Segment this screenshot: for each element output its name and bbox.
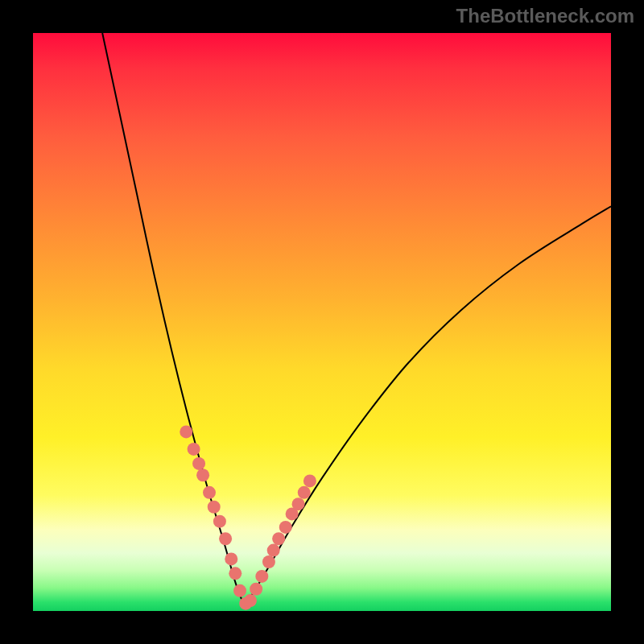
scatter-dot: [229, 567, 242, 580]
chart-svg: [33, 33, 611, 611]
scatter-dot: [298, 486, 311, 499]
scatter-dots: [180, 425, 316, 609]
curve-right-branch: [244, 206, 611, 605]
scatter-dot: [250, 583, 262, 596]
scatter-dot: [303, 474, 316, 487]
plot-area: [33, 33, 611, 611]
scatter-dot: [262, 555, 275, 568]
scatter-dot: [196, 469, 209, 481]
scatter-dot: [225, 552, 237, 565]
scatter-dot: [292, 497, 305, 510]
scatter-dot: [219, 532, 232, 545]
scatter-dot: [267, 544, 280, 557]
scatter-dot: [203, 486, 216, 499]
scatter-dot: [208, 501, 221, 514]
chart-frame: TheBottleneck.com: [0, 0, 644, 644]
watermark-text: TheBottleneck.com: [456, 5, 634, 27]
scatter-dot: [244, 594, 257, 607]
scatter-dot: [188, 443, 200, 456]
scatter-dot: [180, 425, 192, 438]
scatter-dot: [255, 570, 268, 583]
scatter-dot: [272, 532, 285, 545]
scatter-dot: [233, 584, 246, 597]
scatter-dot: [213, 515, 226, 528]
scatter-dot: [192, 457, 205, 470]
scatter-dot: [279, 521, 292, 534]
